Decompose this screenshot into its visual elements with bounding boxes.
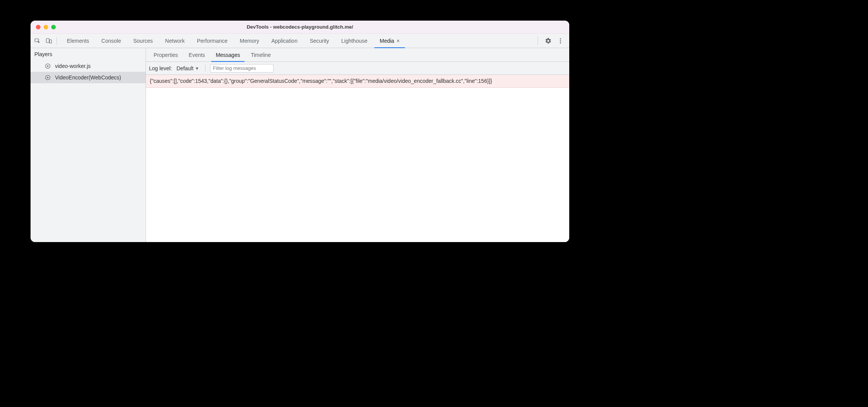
window-close-button[interactable]	[36, 25, 40, 29]
svg-point-4	[560, 40, 561, 41]
panel-tab-security[interactable]: Security	[304, 34, 335, 48]
inspect-element-icon[interactable]	[34, 37, 41, 45]
sub-tab-events[interactable]: Events	[183, 48, 211, 61]
sub-tab-timeline[interactable]: Timeline	[245, 48, 276, 61]
window-title: DevTools - webcodecs-playground.glitch.m…	[31, 24, 569, 30]
window-minimize-button[interactable]	[44, 25, 48, 29]
panel-tab-label: Sources	[133, 38, 153, 44]
panel-tab-label: Console	[101, 38, 121, 44]
panel-tab-label: Network	[165, 38, 185, 44]
traffic-lights	[31, 25, 56, 29]
sidebar-heading: Players	[31, 48, 146, 60]
sub-tab-label: Timeline	[251, 52, 270, 58]
sub-tab-label: Messages	[216, 52, 240, 58]
panel-tab-label: Memory	[240, 38, 259, 44]
play-icon	[44, 74, 51, 81]
window-zoom-button[interactable]	[51, 25, 56, 29]
sidebar-item-label: VideoEncoder(WebCodecs)	[55, 74, 121, 81]
panel-tab-label: Lighthouse	[341, 38, 368, 44]
log-row[interactable]: {"causes":[],"code":1543,"data":{},"grou…	[146, 75, 569, 88]
panel-tab-sources[interactable]: Sources	[127, 34, 159, 48]
close-icon[interactable]: ×	[397, 38, 400, 44]
toolbar-divider	[538, 37, 538, 45]
sub-tab-label: Properties	[154, 52, 178, 58]
device-toolbar-icon[interactable]	[45, 37, 53, 45]
filter-bar: Log level: Default ▼	[146, 62, 569, 75]
log-level-value: Default	[177, 65, 193, 71]
main-toolbar: Elements Console Sources Network Perform…	[31, 34, 569, 48]
panel-tab-application[interactable]: Application	[265, 34, 304, 48]
panel-tab-performance[interactable]: Performance	[191, 34, 233, 48]
log-level-dropdown[interactable]: Default ▼	[175, 65, 201, 72]
svg-point-5	[560, 42, 561, 43]
panel-tab-lighthouse[interactable]: Lighthouse	[335, 34, 374, 48]
gear-icon[interactable]	[544, 37, 552, 45]
chevron-down-icon: ▼	[195, 66, 199, 71]
panel-tab-memory[interactable]: Memory	[234, 34, 266, 48]
log-area: {"causes":[],"code":1543,"data":{},"grou…	[146, 75, 569, 242]
panel-tab-label: Application	[271, 38, 298, 44]
players-sidebar: Players video-worker.js VideoEncoder(Web…	[31, 48, 146, 242]
toolbar-divider	[57, 37, 57, 45]
filter-divider	[205, 65, 206, 72]
svg-rect-1	[46, 39, 49, 43]
svg-point-3	[560, 38, 561, 39]
sub-tab-label: Events	[189, 52, 205, 58]
svg-rect-2	[50, 40, 52, 43]
sub-tabs: Properties Events Messages Timeline	[146, 48, 569, 62]
panel-tab-label: Performance	[197, 38, 227, 44]
play-icon	[44, 63, 51, 69]
sub-tab-messages[interactable]: Messages	[211, 48, 246, 61]
kebab-icon[interactable]	[556, 37, 565, 45]
devtools-window: DevTools - webcodecs-playground.glitch.m…	[31, 21, 569, 242]
main-pane: Properties Events Messages Timeline Log …	[146, 48, 569, 242]
panel-tab-elements[interactable]: Elements	[61, 34, 95, 48]
panel-tabs: Elements Console Sources Network Perform…	[61, 34, 406, 48]
panel-tab-label: Elements	[67, 38, 89, 44]
log-level-label: Log level:	[149, 65, 172, 71]
panel-tab-console[interactable]: Console	[95, 34, 127, 48]
window-titlebar: DevTools - webcodecs-playground.glitch.m…	[31, 21, 569, 34]
filter-input[interactable]	[210, 64, 274, 73]
panel-tab-label: Media	[380, 38, 394, 44]
panel-tab-label: Security	[310, 38, 329, 44]
sidebar-item-label: video-worker.js	[55, 63, 91, 69]
panel-tab-media[interactable]: Media ×	[374, 34, 406, 48]
sidebar-item-videoencoder[interactable]: VideoEncoder(WebCodecs)	[31, 72, 146, 83]
sub-tab-properties[interactable]: Properties	[148, 48, 183, 61]
sidebar-item-video-worker[interactable]: video-worker.js	[31, 60, 146, 72]
panel-tab-network[interactable]: Network	[159, 34, 191, 48]
